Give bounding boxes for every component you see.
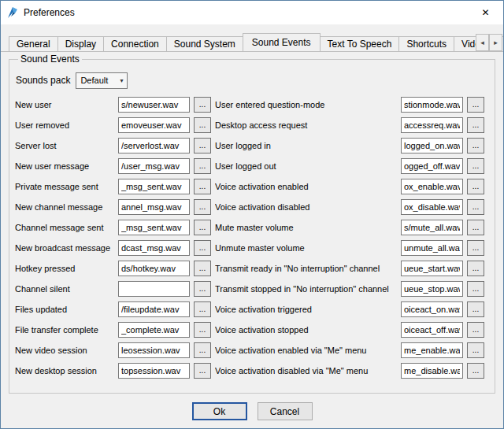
event-label-voiceact-enabled-me: Voice activation enabled via "Me" menu bbox=[215, 346, 397, 355]
event-label-voiceact-triggered: Voice activation triggered bbox=[215, 305, 397, 314]
event-label-files-updated: Files updated bbox=[15, 305, 114, 314]
browse-button[interactable]: ... bbox=[194, 342, 211, 358]
event-input-mute-master[interactable] bbox=[401, 220, 463, 235]
event-label-transmit-stopped: Transmit stopped in "No interruption" ch… bbox=[215, 284, 397, 294]
tab-scroll-left-icon[interactable]: ◂ bbox=[476, 34, 489, 51]
event-label-mute-master: Mute master volume bbox=[215, 223, 397, 232]
event-input-new-broadcast-message[interactable] bbox=[118, 240, 190, 256]
event-input-channel-silent[interactable] bbox=[118, 281, 190, 297]
event-label-desktop-access: Desktop access request bbox=[215, 120, 397, 130]
titlebar: Preferences ✕ bbox=[1, 1, 503, 24]
sounds-pack-label: Sounds pack bbox=[16, 75, 70, 86]
browse-button[interactable]: ... bbox=[467, 97, 484, 113]
cancel-button[interactable]: Cancel bbox=[258, 402, 313, 420]
close-icon[interactable]: ✕ bbox=[468, 1, 503, 24]
browse-button[interactable]: ... bbox=[467, 261, 484, 276]
browse-button[interactable]: ... bbox=[467, 322, 484, 338]
event-input-voiceact-disabled-me[interactable] bbox=[401, 363, 463, 379]
browse-button[interactable]: ... bbox=[194, 158, 211, 174]
event-input-user-removed[interactable] bbox=[118, 117, 190, 133]
tab-shortcuts[interactable]: Shortcuts bbox=[398, 36, 454, 52]
browse-button[interactable]: ... bbox=[467, 363, 484, 379]
event-input-hotkey-pressed[interactable] bbox=[118, 261, 190, 276]
sound-events-grid: New user ... User entered question-mode … bbox=[15, 97, 489, 379]
event-input-voiceact-enabled[interactable] bbox=[401, 179, 463, 194]
event-label-new-broadcast-message: New broadcast message bbox=[15, 243, 114, 253]
browse-button[interactable]: ... bbox=[467, 199, 484, 215]
event-input-voiceact-stopped[interactable] bbox=[401, 322, 463, 338]
ok-button[interactable]: Ok bbox=[192, 402, 247, 420]
browse-button[interactable]: ... bbox=[467, 220, 484, 235]
event-label-logged-out: User logged out bbox=[215, 161, 397, 171]
browse-button[interactable]: ... bbox=[194, 240, 211, 256]
tab-connection[interactable]: Connection bbox=[103, 36, 167, 52]
event-label-user-removed: User removed bbox=[15, 120, 114, 130]
event-input-new-user[interactable] bbox=[118, 97, 190, 113]
window-title: Preferences bbox=[24, 7, 75, 18]
event-label-server-lost: Server lost bbox=[15, 141, 114, 150]
event-input-files-updated[interactable] bbox=[118, 301, 190, 317]
event-label-new-channel-message: New channel message bbox=[15, 202, 114, 212]
tab-text-to-speech[interactable]: Text To Speech bbox=[320, 36, 400, 52]
browse-button[interactable]: ... bbox=[194, 261, 211, 276]
event-label-logged-in: User logged in bbox=[215, 141, 397, 150]
app-icon bbox=[6, 6, 19, 19]
event-label-new-user: New user bbox=[15, 100, 114, 109]
event-input-file-transfer-complete[interactable] bbox=[118, 322, 190, 338]
event-input-transmit-stopped[interactable] bbox=[401, 281, 463, 297]
browse-button[interactable]: ... bbox=[467, 117, 484, 133]
browse-button[interactable]: ... bbox=[194, 117, 211, 133]
event-input-new-desktop-session[interactable] bbox=[118, 363, 190, 379]
event-label-transmit-ready: Transmit ready in "No interruption" chan… bbox=[215, 264, 397, 273]
event-label-channel-silent: Channel silent bbox=[15, 284, 114, 294]
browse-button[interactable]: ... bbox=[467, 138, 484, 153]
browse-button[interactable]: ... bbox=[467, 301, 484, 317]
event-label-voiceact-enabled: Voice activation enabled bbox=[215, 182, 397, 191]
chevron-down-icon: ▾ bbox=[120, 77, 123, 84]
event-input-unmute-master[interactable] bbox=[401, 240, 463, 256]
browse-button[interactable]: ... bbox=[194, 363, 211, 379]
browse-button[interactable]: ... bbox=[467, 158, 484, 174]
event-label-new-user-message: New user message bbox=[15, 161, 114, 171]
event-label-channel-message-sent: Channel message sent bbox=[15, 223, 114, 232]
sounds-pack-value: Default bbox=[80, 76, 108, 85]
event-input-voiceact-triggered[interactable] bbox=[401, 301, 463, 317]
event-input-new-video-session[interactable] bbox=[118, 342, 190, 358]
browse-button[interactable]: ... bbox=[194, 301, 211, 317]
group-title: Sound Events bbox=[18, 54, 82, 65]
tab-bar: General Display Connection Sound System … bbox=[1, 30, 503, 52]
tab-scrollers: ◂ ▸ bbox=[476, 34, 502, 51]
browse-button[interactable]: ... bbox=[467, 281, 484, 297]
browse-button[interactable]: ... bbox=[467, 179, 484, 194]
browse-button[interactable]: ... bbox=[467, 342, 484, 358]
event-input-new-channel-message[interactable] bbox=[118, 199, 190, 215]
tab-display[interactable]: Display bbox=[57, 36, 104, 52]
browse-button[interactable]: ... bbox=[194, 220, 211, 235]
browse-button[interactable]: ... bbox=[194, 138, 211, 153]
preferences-window: Preferences ✕ General Display Connection… bbox=[0, 0, 504, 429]
event-input-desktop-access[interactable] bbox=[401, 117, 463, 133]
event-input-voiceact-enabled-me[interactable] bbox=[401, 342, 463, 358]
event-input-transmit-ready[interactable] bbox=[401, 261, 463, 276]
event-input-logged-in[interactable] bbox=[401, 138, 463, 153]
browse-button[interactable]: ... bbox=[194, 179, 211, 194]
sounds-pack-select[interactable]: Default ▾ bbox=[76, 72, 128, 89]
event-input-channel-message-sent[interactable] bbox=[118, 220, 190, 235]
browse-button[interactable]: ... bbox=[194, 199, 211, 215]
event-input-logged-out[interactable] bbox=[401, 158, 463, 174]
event-input-voiceact-disabled[interactable] bbox=[401, 199, 463, 215]
browse-button[interactable]: ... bbox=[194, 281, 211, 297]
tab-sound-events[interactable]: Sound Events bbox=[243, 33, 321, 52]
event-input-private-message-sent[interactable] bbox=[118, 179, 190, 194]
sounds-pack-row: Sounds pack Default ▾ bbox=[16, 72, 489, 89]
event-input-new-user-message[interactable] bbox=[118, 158, 190, 174]
browse-button[interactable]: ... bbox=[194, 322, 211, 338]
browse-button[interactable]: ... bbox=[194, 97, 211, 113]
tab-general[interactable]: General bbox=[9, 36, 58, 52]
browse-button[interactable]: ... bbox=[467, 240, 484, 256]
event-input-server-lost[interactable] bbox=[118, 138, 190, 153]
event-label-new-video-session: New video session bbox=[15, 346, 114, 355]
tab-scroll-right-icon[interactable]: ▸ bbox=[489, 34, 502, 51]
event-input-question-mode[interactable] bbox=[401, 97, 463, 113]
tab-sound-system[interactable]: Sound System bbox=[166, 36, 243, 52]
